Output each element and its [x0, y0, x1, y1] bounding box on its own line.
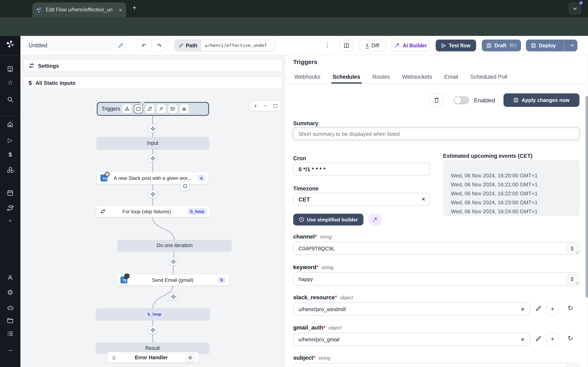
ai-cron-button[interactable] — [369, 214, 381, 225]
add-step-button[interactable] — [169, 292, 177, 300]
tab-websockets[interactable]: Websockets — [402, 74, 432, 83]
tab-scheduled-poll[interactable]: Scheduled Poll — [470, 74, 507, 83]
sidebar-collapse-icon[interactable]: → — [0, 346, 20, 352]
edit-resource-button[interactable] — [535, 305, 541, 312]
edit-name-pencil-icon[interactable] — [118, 43, 123, 48]
diff-label: Diff — [372, 43, 379, 48]
keyword-input[interactable] — [293, 272, 579, 285]
enabled-toggle[interactable] — [454, 96, 469, 104]
more-options-kebab-icon[interactable]: ⋮ — [324, 42, 330, 49]
sidebar-item-schedules[interactable] — [0, 190, 20, 196]
slack-step-node[interactable]: TS A new Slack post with a given wor... … — [96, 172, 209, 184]
channel-input[interactable] — [293, 242, 579, 255]
tab-email[interactable]: Email — [444, 74, 458, 83]
tab-title: Edit Flow u/henri/effective_un — [46, 7, 116, 13]
webhook-trigger-icon[interactable] — [123, 104, 132, 113]
simplified-builder-button[interactable]: Use simplified builder — [293, 214, 363, 225]
path-label-segment[interactable]: Path — [175, 40, 201, 51]
add-step-button[interactable] — [169, 257, 177, 266]
sidebar-item-user[interactable] — [0, 275, 20, 281]
add-error-handler-button[interactable] — [186, 353, 195, 362]
cron-input[interactable] — [293, 163, 430, 176]
redo-button[interactable]: ↷ — [151, 40, 167, 51]
add-resource-button[interactable]: + — [546, 333, 559, 346]
sidebar-item-variables[interactable]: $ — [0, 151, 20, 157]
error-handler-node[interactable]: Error Handler — [107, 352, 199, 363]
triggers-node[interactable]: Triggers 1 — [97, 102, 209, 116]
zoom-out-button[interactable]: − — [264, 103, 267, 109]
browser-tab[interactable]: Edit Flow u/henri/effective_un × — [32, 2, 126, 17]
diff-button[interactable]: ± Diff — [359, 40, 386, 51]
input-node[interactable]: Input — [96, 137, 209, 149]
sidebar-item-home[interactable] — [0, 121, 20, 128]
panel-scrollbar[interactable] — [585, 55, 588, 367]
sidebar-item-add[interactable]: + — [0, 217, 20, 224]
send-email-node[interactable]: TS Send Email (gmail) b — [116, 274, 229, 286]
ai-builder-button[interactable]: AI Builder — [392, 40, 430, 51]
refresh-resource-button[interactable]: ↻ — [568, 304, 573, 312]
add-step-button[interactable] — [149, 154, 157, 162]
sidebar-item-logs[interactable] — [0, 330, 20, 337]
undo-button[interactable]: ↶ — [136, 40, 151, 51]
add-step-button[interactable] — [149, 326, 157, 334]
schedule-trigger-icon[interactable]: 1 — [134, 104, 143, 113]
timezone-input[interactable] — [293, 193, 430, 206]
subject-input[interactable] — [293, 363, 579, 367]
do-one-iteration-node[interactable]: Do one iteration — [118, 240, 232, 251]
tab-routes[interactable]: Routes — [372, 74, 390, 83]
refresh-resource-button[interactable]: ↻ — [568, 334, 573, 342]
variable-picker-button[interactable]: $ — [567, 365, 577, 367]
route-trigger-icon[interactable] — [146, 104, 155, 113]
gmail-auth-input[interactable] — [293, 333, 530, 346]
docs-button[interactable] — [339, 40, 353, 51]
deploy-button[interactable]: Deploy — [526, 40, 577, 51]
error-handler-label: Error Handler — [117, 355, 186, 360]
sidebar-item-folders[interactable] — [0, 317, 20, 324]
zoom-in-button[interactable]: + — [254, 103, 257, 109]
sidebar-item-favorites[interactable]: ☆ — [0, 79, 20, 86]
tab-webhooks[interactable]: Webhooks — [294, 74, 320, 83]
deploy-dropdown-button[interactable] — [567, 43, 577, 48]
tab-search-chevron-button[interactable] — [568, 2, 581, 15]
collect-result-node[interactable]: b_loop — [96, 308, 210, 320]
test-flow-button[interactable]: Test flow — [436, 40, 476, 51]
edit-resource-button[interactable] — [535, 336, 541, 342]
resize-handle[interactable] — [576, 282, 579, 285]
ai-builder-label: AI Builder — [403, 43, 427, 48]
tab-schedules[interactable]: Schedules — [333, 74, 360, 83]
scheduled-poll-trigger-icon[interactable] — [180, 104, 189, 113]
delete-schedule-button[interactable] — [430, 93, 443, 107]
path-input[interactable] — [201, 40, 275, 51]
add-step-button[interactable] — [149, 190, 157, 198]
tab-close-icon[interactable]: × — [119, 7, 122, 12]
resize-handle[interactable] — [576, 251, 579, 254]
clear-resource-icon[interactable]: × — [521, 306, 524, 312]
sidebar-item-search[interactable] — [0, 96, 20, 103]
draft-button[interactable]: Draft ⌘S — [482, 40, 521, 51]
windmill-logo-icon[interactable] — [0, 40, 20, 48]
clear-resource-icon[interactable]: × — [521, 336, 524, 342]
sidebar-item-routes[interactable] — [0, 205, 20, 212]
email-trigger-icon[interactable] — [168, 104, 177, 113]
fit-view-icon[interactable] — [273, 104, 278, 108]
for-loop-node[interactable]: For loop (skip failures) b_loop — [96, 206, 211, 217]
sidebar-item-resources[interactable] — [0, 166, 20, 173]
sidebar-item-workspace[interactable] — [0, 66, 20, 72]
sidebar-item-runs[interactable]: ▷ — [0, 137, 20, 143]
sidebar-item-settings[interactable]: ⚙ — [0, 289, 20, 296]
baby-emoji-icon — [104, 172, 110, 177]
pencil-icon — [535, 336, 541, 342]
apply-changes-button[interactable]: Apply changes now — [503, 93, 579, 107]
clear-timezone-icon[interactable]: × — [422, 196, 425, 202]
slack-resource-input[interactable] — [293, 303, 530, 316]
add-step-button[interactable] — [149, 124, 157, 133]
websocket-trigger-icon[interactable] — [157, 104, 166, 113]
stop-after-node-button[interactable] — [180, 181, 190, 191]
flow-name-box[interactable]: Untitled — [25, 40, 127, 51]
field-name: keyword — [293, 264, 316, 270]
scrollbar-thumb[interactable] — [585, 96, 588, 298]
summary-input[interactable] — [293, 128, 579, 140]
sidebar-item-ai[interactable] — [0, 304, 20, 311]
new-tab-button[interactable]: + — [132, 4, 137, 12]
add-resource-button[interactable]: + — [546, 303, 559, 316]
